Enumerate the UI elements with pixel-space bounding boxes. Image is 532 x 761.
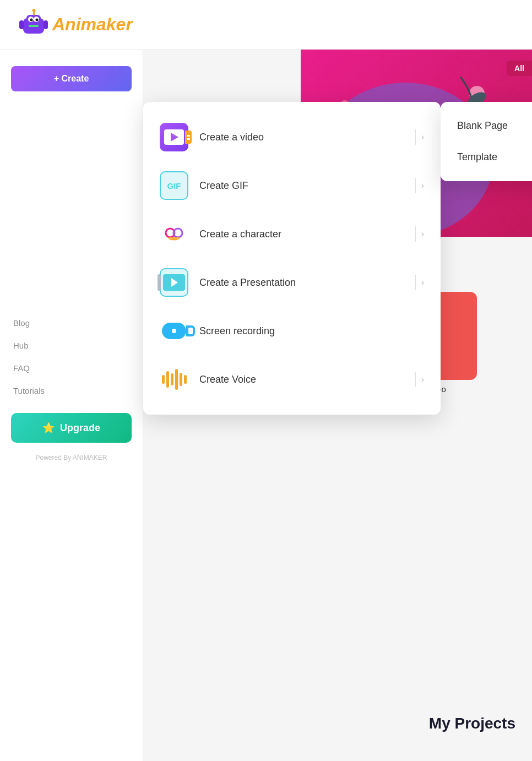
submenu-item-template[interactable]: Template — [441, 142, 532, 173]
my-projects-section: My Projects — [429, 715, 515, 732]
sidebar-item-blog[interactable]: Blog — [0, 312, 143, 334]
create-video-arrow-icon: › — [421, 132, 424, 142]
create-voice-arrow-icon: › — [421, 374, 424, 384]
logo-area: Animaker — [17, 8, 133, 41]
voice-bars-icon — [162, 369, 187, 390]
create-voice-arrow-group: › — [415, 372, 424, 387]
gif-icon-text: GIF — [167, 181, 181, 191]
screen-blob-shape — [162, 323, 186, 339]
presentation-menu-icon — [160, 268, 188, 297]
screen-menu-icon — [160, 317, 188, 345]
my-projects-title: My Projects — [429, 715, 515, 732]
sidebar-item-hub[interactable]: Hub — [0, 334, 143, 357]
svg-rect-6 — [29, 25, 39, 27]
logo-robot-icon — [17, 8, 55, 41]
menu-item-screen-recording[interactable]: Screen recording — [143, 307, 441, 355]
create-character-label: Create a character — [199, 229, 415, 240]
create-video-arrow-group: › — [415, 129, 424, 145]
video-rec-dot — [185, 131, 192, 144]
presentation-left-bar — [158, 274, 161, 291]
video-menu-icon — [160, 123, 188, 151]
main-content: All 16:9 Horizontal video My Projects — [143, 50, 532, 761]
svg-rect-9 — [19, 20, 24, 29]
menu-divider-voice — [415, 372, 416, 387]
submenu-create-video: Blank Page Template — [441, 102, 532, 181]
presentation-icon-shape — [163, 274, 185, 291]
create-gif-arrow-icon: › — [421, 181, 424, 191]
voice-menu-icon — [160, 365, 188, 394]
presentation-play-shape — [171, 278, 178, 287]
sidebar: + Create Blog Hub FAQ Tutorials ⭐ Upgrad… — [0, 50, 143, 761]
upgrade-label: Upgrade — [60, 422, 100, 434]
create-presentation-arrow-group: › — [415, 275, 424, 290]
create-presentation-label: Create a Presentation — [199, 277, 415, 289]
menu-item-create-video[interactable]: Create a video › — [143, 113, 441, 161]
header: Animaker — [0, 0, 532, 50]
submenu-item-blank-page[interactable]: Blank Page — [441, 110, 532, 142]
screen-dot-icon — [172, 329, 176, 333]
create-presentation-arrow-icon: › — [421, 278, 424, 287]
create-voice-label: Create Voice — [199, 374, 415, 385]
all-badge[interactable]: All — [507, 61, 532, 76]
character-icon-svg — [162, 222, 186, 246]
menu-divider-pres — [415, 275, 416, 290]
svg-point-5 — [36, 18, 39, 21]
screen-rec-btn — [186, 325, 195, 336]
page-body: + Create Blog Hub FAQ Tutorials ⭐ Upgrad… — [0, 50, 532, 761]
menu-divider — [415, 129, 416, 145]
menu-item-create-presentation[interactable]: Create a Presentation › — [143, 258, 441, 307]
create-video-label: Create a video — [199, 132, 415, 143]
screen-recording-label: Screen recording — [199, 325, 424, 337]
svg-point-8 — [32, 9, 36, 12]
menu-item-create-voice[interactable]: Create Voice › — [143, 355, 441, 404]
menu-item-create-gif[interactable]: GIF Create GIF › — [143, 161, 441, 210]
create-gif-label: Create GIF — [199, 180, 415, 192]
create-button[interactable]: + Create — [11, 66, 132, 91]
svg-rect-10 — [44, 20, 48, 29]
sidebar-item-tutorials[interactable]: Tutorials — [0, 379, 143, 402]
menu-divider-char — [415, 226, 416, 242]
sidebar-item-faq[interactable]: FAQ — [0, 357, 143, 379]
menu-divider-gif — [415, 178, 416, 193]
upgrade-star-icon: ⭐ — [42, 422, 55, 434]
dropdown-menu: Create a video › GIF Create GIF › — [143, 102, 441, 415]
create-gif-arrow-group: › — [415, 178, 424, 193]
character-menu-icon — [160, 220, 188, 248]
upgrade-button[interactable]: ⭐ Upgrade — [11, 413, 132, 443]
logo-text: Animaker — [52, 14, 133, 35]
create-character-arrow-icon: › — [421, 229, 424, 239]
gif-menu-icon: GIF — [160, 171, 188, 200]
powered-by-text: Powered By ANIMAKER — [0, 454, 143, 461]
video-icon-shape — [164, 129, 184, 145]
video-play-shape — [171, 133, 178, 142]
svg-point-4 — [30, 18, 33, 21]
menu-item-create-character[interactable]: Create a character › — [143, 210, 441, 258]
create-character-arrow-group: › — [415, 226, 424, 242]
